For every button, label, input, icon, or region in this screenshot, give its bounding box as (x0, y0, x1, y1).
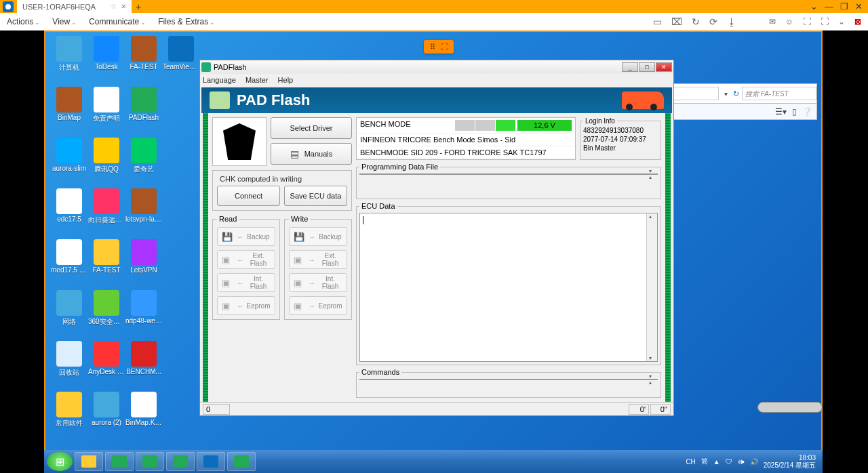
programming-data-textarea[interactable] (359, 173, 658, 175)
view-icon[interactable]: ☰▾ (775, 107, 787, 117)
ime-mode[interactable]: 简 (701, 457, 708, 466)
desktop-icon[interactable]: LetsVPN (125, 239, 162, 274)
monitor-icon[interactable]: ▭ (653, 16, 662, 27)
padflash-statusbar: 0 0' 0'' (200, 402, 673, 415)
select-driver-button[interactable]: Select Driver (271, 117, 352, 139)
taskbar-item[interactable] (166, 452, 195, 471)
desktop-icon[interactable]: TeamViewer (163, 36, 199, 70)
maximize-icon[interactable]: ❐ (840, 1, 848, 12)
pane-icon[interactable]: ▯ (792, 107, 797, 117)
remote-scrollbar[interactable] (757, 402, 823, 413)
commands-textarea[interactable] (359, 379, 658, 380)
help-icon[interactable]: ❔ (802, 107, 812, 117)
desktop-icon[interactable]: BinMap (51, 87, 87, 121)
taskbar-item[interactable] (197, 452, 225, 471)
menu-actions[interactable]: Actions⌄ (7, 17, 40, 26)
menu-files-extras[interactable]: Files & Extras⌄ (158, 17, 215, 26)
refresh-icon[interactable]: ↻ (730, 89, 742, 98)
session-close-icon[interactable]: ⊠ (854, 17, 861, 26)
volume-icon[interactable]: 🔊 (750, 458, 758, 466)
desktop-icon[interactable]: 爱奇艺 (125, 138, 162, 174)
maximize-button[interactable]: □ (639, 62, 655, 72)
minimize-icon[interactable]: — (825, 1, 833, 12)
lock-icon[interactable]: ↻ (692, 16, 700, 27)
minimize-button[interactable]: _ (622, 62, 638, 72)
padflash-titlebar[interactable]: PADFlash _ □ ✕ (200, 60, 673, 74)
reboot-icon[interactable]: ⟳ (709, 16, 717, 27)
star-icon[interactable]: ☆ (111, 3, 117, 10)
desktop-icon[interactable]: ndp48-web (1) (125, 290, 162, 325)
write-extflash-button[interactable]: ▣→Ext. Flash (289, 250, 347, 269)
taskbar-item[interactable] (136, 452, 164, 471)
save-ecu-button[interactable]: Save ECU data (284, 186, 347, 206)
ctrl-alt-del-icon[interactable]: ⌧ (671, 16, 682, 27)
read-extflash-button[interactable]: ▣←Ext. Flash (217, 250, 275, 269)
ime-indicator[interactable]: CH (686, 458, 695, 466)
read-intflash-button[interactable]: ▣←Int. Flash (217, 273, 275, 292)
new-tab-button[interactable]: + (132, 1, 145, 12)
expand-icon[interactable]: ⛶ (441, 43, 448, 51)
desktop-icon[interactable]: AnyDesk (2) (88, 341, 125, 375)
dropdown-icon[interactable]: ▾ (722, 90, 730, 98)
desktop-icon[interactable]: 免责声明 (88, 87, 125, 123)
manuals-button[interactable]: ▤Manuals (271, 143, 352, 165)
read-backup-button[interactable]: 💾←Backup (217, 227, 275, 246)
app-icon (131, 87, 157, 112)
menu-help[interactable]: Help (278, 76, 294, 84)
desktop-icon[interactable]: 网络 (51, 290, 87, 327)
scrollbar[interactable] (646, 213, 657, 361)
menu-communicate[interactable]: Communicate⌄ (89, 17, 146, 26)
desktop-icon[interactable]: FA-TEST (125, 36, 162, 70)
menu-view[interactable]: View⌄ (52, 17, 77, 26)
write-backup-button[interactable]: 💾→Backup (289, 227, 347, 246)
menu-language[interactable]: Language (203, 76, 236, 84)
remote-desktop[interactable]: ⠿ ⛶ ▾ ↻ 搜索 FA-TEST ☰▾ ▯ ❔ // placeholder… (44, 30, 823, 473)
tray-expand-icon[interactable]: ▲ (713, 458, 720, 466)
explorer-search-field[interactable]: 搜索 FA-TEST (742, 87, 816, 100)
drag-handle-icon[interactable]: ⠿ (430, 43, 435, 52)
desktop-icon[interactable]: 回收站 (51, 341, 87, 377)
shield-icon[interactable]: 🛡 (726, 458, 732, 466)
desktop-icon[interactable]: BENCHM... (125, 341, 162, 375)
download-icon[interactable]: ⭳ (727, 16, 736, 27)
read-eeprom-button[interactable]: ▣←Eeprom (217, 296, 275, 315)
connect-button[interactable]: Connect (217, 186, 280, 206)
close-button[interactable]: ✕ (656, 62, 672, 72)
network-icon[interactable]: 🕪 (738, 458, 745, 466)
desktop-icon[interactable]: 向日葵远程控制 (88, 188, 125, 225)
taskbar-clock[interactable]: 18:03 2025/2/14 星期五 (764, 454, 816, 469)
write-intflash-button[interactable]: ▣→Int. Flash (289, 273, 347, 292)
desktop-icon[interactable]: aurora-slim (51, 138, 87, 172)
desktop-icon[interactable]: PADFlash (125, 87, 162, 121)
start-button[interactable] (47, 452, 73, 471)
desktop-icon[interactable]: edc17.5 (51, 188, 87, 223)
desktop-icon[interactable]: 腾讯QQ (88, 138, 125, 174)
desktop-icon[interactable]: letsvpn-la...(4) (125, 188, 162, 223)
desktop-icon[interactable]: 常用软件 (51, 392, 87, 428)
floating-toolbar[interactable]: ⠿ ⛶ (424, 40, 454, 54)
close-icon[interactable]: ✕ (855, 1, 863, 12)
chevron-down-icon[interactable]: ⌄ (838, 17, 845, 26)
scan-icon[interactable]: ⛶ (803, 17, 811, 26)
explorer-path-field[interactable] (671, 87, 719, 100)
chevron-down-icon[interactable]: ⌄ (810, 1, 818, 12)
padflash-banner: PAD Flash (201, 87, 672, 113)
taskbar-item[interactable] (227, 452, 256, 471)
message-icon[interactable]: ✉ (769, 17, 776, 26)
desktop-icon[interactable]: FA-TEST (88, 239, 125, 274)
menu-master[interactable]: Master (245, 76, 269, 84)
ecu-data-textarea[interactable] (359, 213, 658, 362)
session-tab[interactable]: USER-1ORAF6HEQA ☆ ✕ (17, 0, 132, 13)
taskbar-item[interactable] (105, 452, 134, 471)
desktop-icon[interactable]: 360安全浏览器 (88, 290, 125, 327)
desktop-icon[interactable]: ToDesk (88, 36, 125, 70)
write-eeprom-button[interactable]: ▣→Eeprom (289, 296, 347, 315)
desktop-icon[interactable]: aurora (2) (88, 392, 125, 426)
desktop-icon[interactable]: 计算机 (51, 36, 87, 73)
feedback-icon[interactable]: ☺ (785, 17, 793, 26)
desktop-icon[interactable]: med17.5 tc1766 (51, 239, 87, 274)
fullscreen-icon[interactable]: ⛶ (821, 17, 829, 26)
tab-close-icon[interactable]: ✕ (121, 3, 126, 10)
desktop-icon[interactable]: BinMap.KEY (125, 392, 162, 426)
taskbar-item[interactable] (75, 452, 103, 471)
